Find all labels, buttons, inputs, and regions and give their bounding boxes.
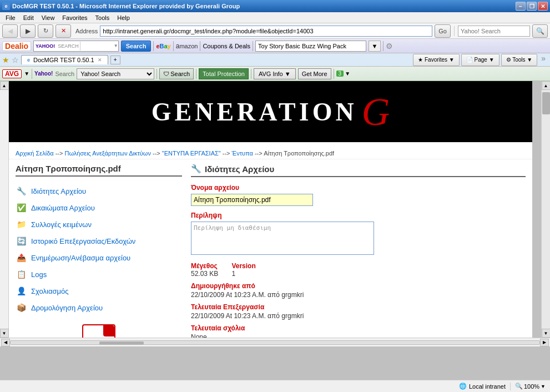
tab-ie-icon: e xyxy=(27,57,30,63)
yahoo-toolbar-search-input[interactable] xyxy=(80,43,114,49)
avg-logo: AVG xyxy=(2,69,22,78)
summary-label: Περίληψη xyxy=(191,212,526,219)
ebay-link[interactable]: eBay xyxy=(156,43,170,49)
go-button[interactable]: Go xyxy=(435,24,451,38)
menu-tools[interactable]: Tools xyxy=(92,14,113,22)
menu-help[interactable]: Help xyxy=(114,14,133,22)
window-icon: e xyxy=(2,2,10,10)
page-btn[interactable]: 📄 Page ▼ xyxy=(461,54,499,66)
logs-link[interactable]: Logs xyxy=(31,270,47,279)
version-item: Version 1 xyxy=(231,262,255,278)
scroll-up-button[interactable]: ▲ xyxy=(542,81,551,90)
amazon-link[interactable]: amazon xyxy=(176,42,198,50)
avg-search-select[interactable]: Yahoo! Search xyxy=(77,68,154,79)
breadcrumb-home[interactable]: Αρχική Σελίδα xyxy=(16,150,54,157)
zoom-dropdown-icon[interactable]: ▼ xyxy=(541,384,546,389)
scroll-right-button[interactable]: ▶ xyxy=(540,339,549,346)
tab-close-icon[interactable]: ✕ xyxy=(98,57,102,63)
restore-button[interactable]: ❐ xyxy=(527,2,537,11)
content-area: Αίτηση Τροποποίησης.pdf 🔧 Ιδιότητες Αρχε… xyxy=(9,159,532,338)
menu-edit[interactable]: Edit xyxy=(20,14,37,22)
hscroll-thumb[interactable] xyxy=(99,341,144,345)
filename-label: Όνομα αρχείου xyxy=(191,184,526,192)
more-tools-icon[interactable]: » xyxy=(539,54,548,66)
upload-link[interactable]: Ενημέρωση/Ανέβασμα αρχείου xyxy=(31,254,130,262)
scroll-up-page[interactable]: ▲ xyxy=(0,81,9,90)
scroll-down-page[interactable]: ▼ xyxy=(0,329,9,338)
scroll-left-button[interactable]: ◀ xyxy=(1,339,10,346)
breadcrumb-sep4: --> xyxy=(255,150,264,157)
summary-textarea[interactable]: Περίληψη μη διαθέσιμη xyxy=(191,222,374,255)
breadcrumb-sales[interactable]: Πωλήσεις Ανεξάρτητων Δικτύων xyxy=(65,150,151,157)
yahoo-brand: YAHOO! xyxy=(34,43,57,49)
pdf-icon-tab xyxy=(103,325,114,336)
forward-button[interactable]: ▶ xyxy=(20,24,36,38)
collections-link[interactable]: Συλλογές κειμένων xyxy=(31,220,92,229)
comments-link[interactable]: Σχολιασμός xyxy=(31,287,68,295)
minimize-button[interactable]: − xyxy=(516,2,526,11)
avg-sep4 xyxy=(251,69,251,79)
nav-row: ◀ ▶ ↻ ✕ Address Go 🔍 xyxy=(0,23,550,39)
left-panel: Αίτηση Τροποποίησης.pdf 🔧 Ιδιότητες Αρχε… xyxy=(16,164,182,338)
avg-search-button[interactable]: 🛡 Search xyxy=(159,68,194,79)
zone-icon: 🌐 xyxy=(459,383,467,390)
dealio-logo: Dealio xyxy=(2,41,31,51)
avg-total-protection-button[interactable]: Total Protection xyxy=(199,68,249,79)
favorites-tab-bar: ★ ☆ e DocMGR TEST 0.50.1 ✕ + ★ Favorites… xyxy=(0,53,550,67)
avg-counter-dropdown[interactable]: ▼ xyxy=(345,71,350,77)
pdf-text-label: PDF xyxy=(93,338,105,338)
tools-btn-ie[interactable]: ⚙ Tools ▼ xyxy=(501,54,538,66)
nav-list: 🔧 Ιδιότητες Αρχείου ✅ Δικαιώματα Αρχείου… xyxy=(16,185,182,313)
rights-link[interactable]: Δικαιώματα Αρχείου xyxy=(31,204,95,212)
avg-sep2 xyxy=(157,69,157,79)
avg-sep3 xyxy=(196,69,196,79)
dropdown-arrow[interactable]: ▼ xyxy=(114,43,118,48)
avg-dropdown-icon[interactable]: ▼ xyxy=(24,71,29,77)
modified-label: Τελευταία Επεξεργασία xyxy=(191,303,526,311)
dealio-product-search-input[interactable] xyxy=(255,41,366,52)
history-link[interactable]: Ιστορικό Επεξεργασίας/Εκδοχών xyxy=(31,237,135,245)
tab-label: DocMGR TEST 0.50.1 xyxy=(33,57,94,63)
yahoo-search-button[interactable]: 🔍 xyxy=(532,24,548,38)
avg-bar: AVG ▼ Yahoo! Search Yahoo! Search 🛡 Sear… xyxy=(0,67,550,81)
refresh-button[interactable]: ↻ xyxy=(38,24,53,38)
history-icon: 🔄 xyxy=(16,235,27,247)
logs-icon: 📋 xyxy=(16,269,27,280)
avg-sep5 xyxy=(334,69,334,79)
new-tab-button[interactable]: + xyxy=(110,56,120,64)
search-label-yahoo: SEARCH xyxy=(57,43,80,49)
favorites-star-icon[interactable]: ★ xyxy=(2,56,9,64)
menu-view[interactable]: View xyxy=(38,14,58,22)
scroll-down-button[interactable]: ▼ xyxy=(542,329,551,338)
breadcrumb: Αρχική Σελίδα --> Πωλήσεις Ανεξάρτητων Δ… xyxy=(9,148,532,159)
generation-text: GENERATION xyxy=(152,97,357,127)
avg-info-button[interactable]: AVG Info ▼ xyxy=(254,68,296,79)
yahoo-search-input[interactable] xyxy=(458,26,530,37)
yahoo-search-box: YAHOO! SEARCH ▼ xyxy=(33,41,119,52)
add-favorite-icon[interactable]: ☆ xyxy=(12,56,19,64)
avg-more-button[interactable]: Get More xyxy=(298,68,331,79)
menu-favorites[interactable]: Favorites xyxy=(59,14,90,22)
title-bar: e DocMGR TEST 0.50.1 - Microsoft Interne… xyxy=(0,0,550,12)
breadcrumb-forms[interactable]: "ΕΝΤΥΠΑ ΕΡΓΑΣΙΑΣ" xyxy=(162,150,221,157)
zoom-value: 100% xyxy=(524,383,539,390)
coupons-deals-link[interactable]: Coupons & Deals xyxy=(203,43,250,49)
close-button[interactable]: ✕ xyxy=(538,2,548,11)
properties-link[interactable]: Ιδιότητες Αρχείου xyxy=(31,187,86,195)
dealio-dropdown-button[interactable]: ▼ xyxy=(369,41,381,52)
version-label: Version xyxy=(231,262,255,270)
filename-input[interactable] xyxy=(191,194,313,206)
menu-file[interactable]: File xyxy=(2,14,19,22)
list-item: 📦 Δρομολόγηση Αρχείου xyxy=(16,302,182,313)
back-button[interactable]: ◀ xyxy=(2,24,18,38)
dealio-search-button[interactable]: Search xyxy=(121,41,152,52)
pdf-section: PDF A Απεικόνιση Αρχείου Ξεκινήστε την ε… xyxy=(16,324,182,338)
scroll-thumb[interactable] xyxy=(542,92,550,114)
routing-link[interactable]: Δρομολόγηση Αρχείου xyxy=(31,304,103,312)
breadcrumb-entipa[interactable]: Έντυπα xyxy=(232,150,253,157)
address-input[interactable] xyxy=(100,26,432,37)
dealio-settings-icon[interactable]: ⚙ xyxy=(386,42,393,51)
stop-button[interactable]: ✕ xyxy=(55,24,71,38)
active-tab[interactable]: e DocMGR TEST 0.50.1 ✕ xyxy=(21,55,108,64)
favorites-btn[interactable]: ★ Favorites ▼ xyxy=(413,54,460,66)
